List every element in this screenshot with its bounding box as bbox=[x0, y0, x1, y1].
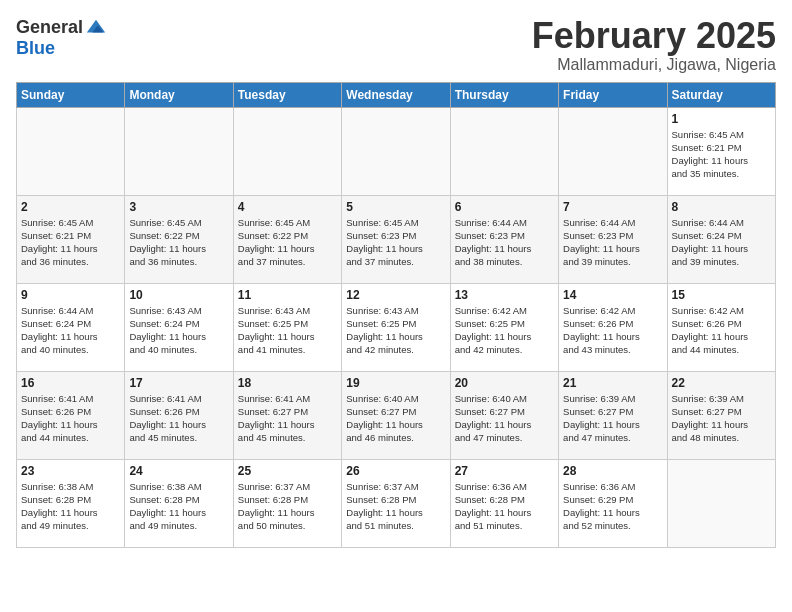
day-number: 12 bbox=[346, 288, 445, 302]
day-cell: 16Sunrise: 6:41 AMSunset: 6:26 PMDayligh… bbox=[17, 371, 125, 459]
day-info: Sunrise: 6:40 AMSunset: 6:27 PMDaylight:… bbox=[346, 392, 445, 445]
day-number: 2 bbox=[21, 200, 120, 214]
week-row-2: 2Sunrise: 6:45 AMSunset: 6:21 PMDaylight… bbox=[17, 195, 776, 283]
day-info: Sunrise: 6:37 AMSunset: 6:28 PMDaylight:… bbox=[238, 480, 337, 533]
day-number: 7 bbox=[563, 200, 662, 214]
logo-icon bbox=[85, 16, 107, 38]
day-cell: 26Sunrise: 6:37 AMSunset: 6:28 PMDayligh… bbox=[342, 459, 450, 547]
day-info: Sunrise: 6:45 AMSunset: 6:22 PMDaylight:… bbox=[238, 216, 337, 269]
logo-blue: Blue bbox=[16, 38, 55, 58]
day-cell: 15Sunrise: 6:42 AMSunset: 6:26 PMDayligh… bbox=[667, 283, 775, 371]
col-header-thursday: Thursday bbox=[450, 82, 558, 107]
day-number: 20 bbox=[455, 376, 554, 390]
day-info: Sunrise: 6:44 AMSunset: 6:24 PMDaylight:… bbox=[672, 216, 771, 269]
logo-general: General bbox=[16, 17, 83, 38]
day-cell bbox=[667, 459, 775, 547]
day-cell: 17Sunrise: 6:41 AMSunset: 6:26 PMDayligh… bbox=[125, 371, 233, 459]
col-header-monday: Monday bbox=[125, 82, 233, 107]
day-number: 9 bbox=[21, 288, 120, 302]
col-header-sunday: Sunday bbox=[17, 82, 125, 107]
day-cell: 3Sunrise: 6:45 AMSunset: 6:22 PMDaylight… bbox=[125, 195, 233, 283]
day-number: 6 bbox=[455, 200, 554, 214]
day-number: 15 bbox=[672, 288, 771, 302]
day-number: 18 bbox=[238, 376, 337, 390]
header-row: SundayMondayTuesdayWednesdayThursdayFrid… bbox=[17, 82, 776, 107]
day-cell: 12Sunrise: 6:43 AMSunset: 6:25 PMDayligh… bbox=[342, 283, 450, 371]
month-title: February 2025 bbox=[532, 16, 776, 56]
day-cell: 13Sunrise: 6:42 AMSunset: 6:25 PMDayligh… bbox=[450, 283, 558, 371]
day-info: Sunrise: 6:45 AMSunset: 6:22 PMDaylight:… bbox=[129, 216, 228, 269]
day-cell: 18Sunrise: 6:41 AMSunset: 6:27 PMDayligh… bbox=[233, 371, 341, 459]
day-info: Sunrise: 6:45 AMSunset: 6:21 PMDaylight:… bbox=[672, 128, 771, 181]
day-cell: 23Sunrise: 6:38 AMSunset: 6:28 PMDayligh… bbox=[17, 459, 125, 547]
day-info: Sunrise: 6:44 AMSunset: 6:23 PMDaylight:… bbox=[563, 216, 662, 269]
day-info: Sunrise: 6:42 AMSunset: 6:25 PMDaylight:… bbox=[455, 304, 554, 357]
day-number: 22 bbox=[672, 376, 771, 390]
day-number: 11 bbox=[238, 288, 337, 302]
day-number: 17 bbox=[129, 376, 228, 390]
day-number: 28 bbox=[563, 464, 662, 478]
day-info: Sunrise: 6:42 AMSunset: 6:26 PMDaylight:… bbox=[672, 304, 771, 357]
day-cell: 8Sunrise: 6:44 AMSunset: 6:24 PMDaylight… bbox=[667, 195, 775, 283]
day-number: 23 bbox=[21, 464, 120, 478]
day-number: 10 bbox=[129, 288, 228, 302]
day-cell bbox=[342, 107, 450, 195]
calendar-table: SundayMondayTuesdayWednesdayThursdayFrid… bbox=[16, 82, 776, 548]
day-number: 26 bbox=[346, 464, 445, 478]
day-number: 5 bbox=[346, 200, 445, 214]
day-number: 27 bbox=[455, 464, 554, 478]
day-info: Sunrise: 6:40 AMSunset: 6:27 PMDaylight:… bbox=[455, 392, 554, 445]
day-cell: 20Sunrise: 6:40 AMSunset: 6:27 PMDayligh… bbox=[450, 371, 558, 459]
day-cell: 6Sunrise: 6:44 AMSunset: 6:23 PMDaylight… bbox=[450, 195, 558, 283]
col-header-tuesday: Tuesday bbox=[233, 82, 341, 107]
day-info: Sunrise: 6:44 AMSunset: 6:24 PMDaylight:… bbox=[21, 304, 120, 357]
day-info: Sunrise: 6:38 AMSunset: 6:28 PMDaylight:… bbox=[21, 480, 120, 533]
day-info: Sunrise: 6:41 AMSunset: 6:26 PMDaylight:… bbox=[129, 392, 228, 445]
day-number: 13 bbox=[455, 288, 554, 302]
day-info: Sunrise: 6:36 AMSunset: 6:29 PMDaylight:… bbox=[563, 480, 662, 533]
day-info: Sunrise: 6:41 AMSunset: 6:26 PMDaylight:… bbox=[21, 392, 120, 445]
day-cell: 1Sunrise: 6:45 AMSunset: 6:21 PMDaylight… bbox=[667, 107, 775, 195]
day-number: 8 bbox=[672, 200, 771, 214]
day-info: Sunrise: 6:45 AMSunset: 6:23 PMDaylight:… bbox=[346, 216, 445, 269]
day-cell: 24Sunrise: 6:38 AMSunset: 6:28 PMDayligh… bbox=[125, 459, 233, 547]
day-cell bbox=[450, 107, 558, 195]
day-cell: 10Sunrise: 6:43 AMSunset: 6:24 PMDayligh… bbox=[125, 283, 233, 371]
day-info: Sunrise: 6:36 AMSunset: 6:28 PMDaylight:… bbox=[455, 480, 554, 533]
day-cell: 2Sunrise: 6:45 AMSunset: 6:21 PMDaylight… bbox=[17, 195, 125, 283]
col-header-friday: Friday bbox=[559, 82, 667, 107]
week-row-5: 23Sunrise: 6:38 AMSunset: 6:28 PMDayligh… bbox=[17, 459, 776, 547]
col-header-saturday: Saturday bbox=[667, 82, 775, 107]
day-info: Sunrise: 6:37 AMSunset: 6:28 PMDaylight:… bbox=[346, 480, 445, 533]
col-header-wednesday: Wednesday bbox=[342, 82, 450, 107]
day-cell: 25Sunrise: 6:37 AMSunset: 6:28 PMDayligh… bbox=[233, 459, 341, 547]
day-number: 21 bbox=[563, 376, 662, 390]
day-number: 16 bbox=[21, 376, 120, 390]
week-row-3: 9Sunrise: 6:44 AMSunset: 6:24 PMDaylight… bbox=[17, 283, 776, 371]
day-info: Sunrise: 6:43 AMSunset: 6:25 PMDaylight:… bbox=[238, 304, 337, 357]
day-cell: 19Sunrise: 6:40 AMSunset: 6:27 PMDayligh… bbox=[342, 371, 450, 459]
day-number: 25 bbox=[238, 464, 337, 478]
day-cell bbox=[17, 107, 125, 195]
day-cell: 9Sunrise: 6:44 AMSunset: 6:24 PMDaylight… bbox=[17, 283, 125, 371]
day-cell: 14Sunrise: 6:42 AMSunset: 6:26 PMDayligh… bbox=[559, 283, 667, 371]
week-row-4: 16Sunrise: 6:41 AMSunset: 6:26 PMDayligh… bbox=[17, 371, 776, 459]
day-number: 4 bbox=[238, 200, 337, 214]
logo: General Blue bbox=[16, 16, 107, 59]
day-info: Sunrise: 6:38 AMSunset: 6:28 PMDaylight:… bbox=[129, 480, 228, 533]
day-cell: 22Sunrise: 6:39 AMSunset: 6:27 PMDayligh… bbox=[667, 371, 775, 459]
day-info: Sunrise: 6:43 AMSunset: 6:24 PMDaylight:… bbox=[129, 304, 228, 357]
day-info: Sunrise: 6:42 AMSunset: 6:26 PMDaylight:… bbox=[563, 304, 662, 357]
day-cell: 28Sunrise: 6:36 AMSunset: 6:29 PMDayligh… bbox=[559, 459, 667, 547]
day-cell: 5Sunrise: 6:45 AMSunset: 6:23 PMDaylight… bbox=[342, 195, 450, 283]
day-cell bbox=[233, 107, 341, 195]
day-cell: 7Sunrise: 6:44 AMSunset: 6:23 PMDaylight… bbox=[559, 195, 667, 283]
day-info: Sunrise: 6:44 AMSunset: 6:23 PMDaylight:… bbox=[455, 216, 554, 269]
day-cell: 21Sunrise: 6:39 AMSunset: 6:27 PMDayligh… bbox=[559, 371, 667, 459]
day-cell: 27Sunrise: 6:36 AMSunset: 6:28 PMDayligh… bbox=[450, 459, 558, 547]
day-cell: 4Sunrise: 6:45 AMSunset: 6:22 PMDaylight… bbox=[233, 195, 341, 283]
day-info: Sunrise: 6:39 AMSunset: 6:27 PMDaylight:… bbox=[672, 392, 771, 445]
day-info: Sunrise: 6:41 AMSunset: 6:27 PMDaylight:… bbox=[238, 392, 337, 445]
day-number: 24 bbox=[129, 464, 228, 478]
day-info: Sunrise: 6:43 AMSunset: 6:25 PMDaylight:… bbox=[346, 304, 445, 357]
